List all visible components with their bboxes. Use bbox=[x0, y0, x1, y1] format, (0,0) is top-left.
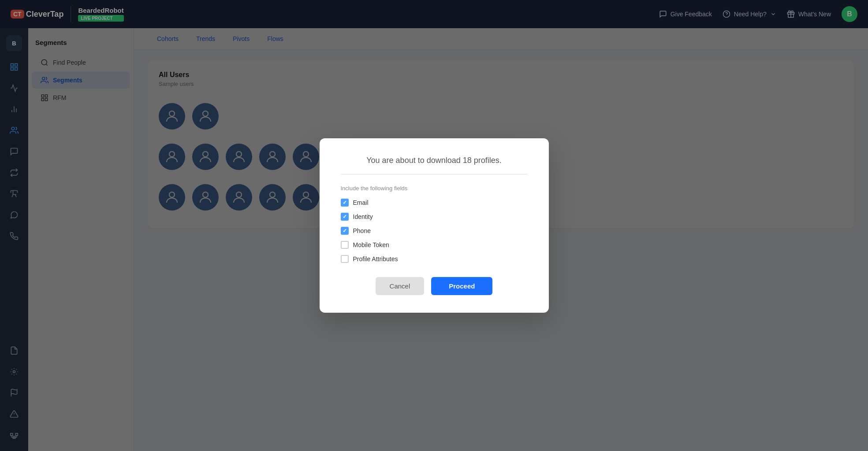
download-modal: You are about to download 18 profiles. I… bbox=[320, 138, 549, 313]
modal-title: You are about to download 18 profiles. bbox=[341, 156, 528, 165]
profile-attributes-checkbox[interactable] bbox=[341, 255, 349, 263]
profile-attributes-label: Profile Attributes bbox=[353, 255, 398, 262]
modal-divider bbox=[341, 174, 528, 174]
phone-label: Phone bbox=[353, 227, 371, 234]
field-identity[interactable]: Identity bbox=[341, 213, 528, 221]
field-phone[interactable]: Phone bbox=[341, 227, 528, 235]
identity-label: Identity bbox=[353, 213, 373, 220]
mobile-token-checkbox[interactable] bbox=[341, 241, 349, 249]
email-checkbox[interactable] bbox=[341, 199, 349, 207]
field-mobile-token[interactable]: Mobile Token bbox=[341, 241, 528, 249]
field-email[interactable]: Email bbox=[341, 199, 528, 207]
phone-checkbox[interactable] bbox=[341, 227, 349, 235]
modal-section-label: Include the following fields bbox=[341, 185, 528, 192]
mobile-token-label: Mobile Token bbox=[353, 241, 389, 248]
proceed-button[interactable]: Proceed bbox=[431, 277, 492, 295]
modal-overlay: You are about to download 18 profiles. I… bbox=[0, 0, 868, 451]
cancel-button[interactable]: Cancel bbox=[376, 277, 425, 295]
email-label: Email bbox=[353, 199, 369, 206]
modal-actions: Cancel Proceed bbox=[341, 277, 528, 295]
field-profile-attributes[interactable]: Profile Attributes bbox=[341, 255, 528, 263]
field-checkbox-list: Email Identity Phone Mobile Token Profil… bbox=[341, 199, 528, 263]
identity-checkbox[interactable] bbox=[341, 213, 349, 221]
